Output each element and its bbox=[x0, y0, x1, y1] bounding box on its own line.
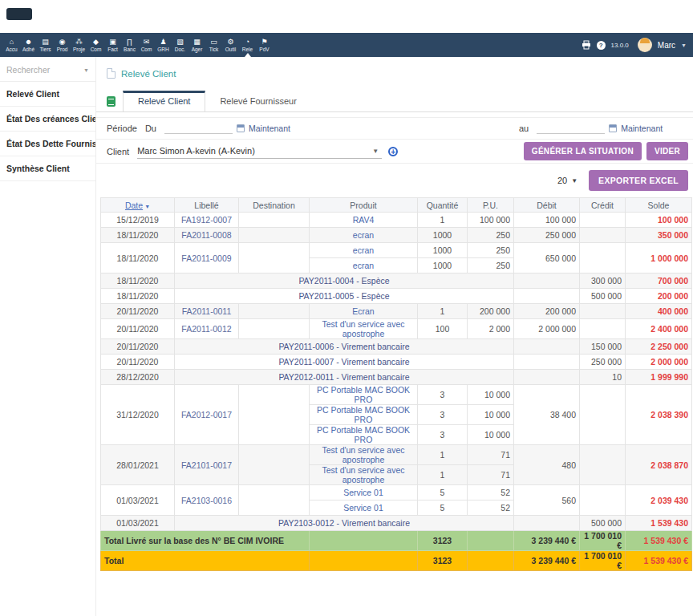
table-row: 18/11/2020PAY2011-0004 - Espèce300 00070… bbox=[101, 274, 692, 289]
cell-date: 28/12/2020 bbox=[101, 370, 175, 385]
cell-pay[interactable]: PAY2103-0012 - Virement bancaire bbox=[175, 516, 514, 531]
period-filter-row: Période Du Maintenant au Maintenant bbox=[96, 117, 693, 140]
calendar-icon[interactable] bbox=[237, 124, 245, 132]
nav-item-grh[interactable]: ♟GRH bbox=[155, 33, 172, 57]
table-row: 18/11/2020PAY2011-0005 - Espèce500 00020… bbox=[101, 289, 692, 304]
cell-code[interactable]: FA2011-0009 bbox=[175, 243, 239, 274]
cell-prod[interactable]: Ecran bbox=[310, 304, 418, 319]
cell-qty: 1 bbox=[418, 304, 468, 319]
cell-date: 28/01/2021 bbox=[101, 445, 175, 485]
cell-code[interactable]: FA2101-0017 bbox=[175, 445, 239, 485]
sort-date-link[interactable]: Date bbox=[125, 201, 143, 210]
now-link-to[interactable]: Maintenant bbox=[621, 124, 663, 133]
nav-item-ager[interactable]: ▦Ager bbox=[188, 33, 205, 57]
cell-num: 150 000 bbox=[580, 339, 626, 355]
nav-item-pdv[interactable]: ⚑PdV bbox=[256, 33, 273, 57]
table-row: 01/03/2021PAY2103-0012 - Virement bancai… bbox=[101, 516, 692, 531]
cell-num: 200 000 bbox=[514, 304, 580, 319]
cell-prod[interactable]: ecran bbox=[310, 228, 418, 243]
nav-item-com[interactable]: ◆Com bbox=[87, 33, 104, 57]
cell-num: 250 bbox=[468, 228, 514, 243]
cell-pay[interactable]: PAY2011-0005 - Espèce bbox=[175, 289, 514, 304]
breadcrumb-link[interactable]: Relevé Client bbox=[121, 69, 176, 79]
nav-item-accu[interactable]: ⌂Accu bbox=[3, 33, 20, 57]
cell-prod[interactable]: Test d'un service avec apostrophe bbox=[310, 445, 418, 465]
nav-item-prod[interactable]: ◉Prod bbox=[54, 33, 71, 57]
sidebar-item-synth-se-client[interactable]: Synthèse Client bbox=[0, 156, 95, 181]
client-select-value: Marc Simon A-kevin (A-Kevin) bbox=[137, 146, 255, 156]
client-select[interactable]: Marc Simon A-kevin (A-Kevin) ▼ bbox=[137, 144, 382, 159]
chevron-down-icon[interactable]: ▼ bbox=[681, 43, 687, 48]
window-badge[interactable] bbox=[6, 8, 32, 20]
cell-prod[interactable]: Test d'un service avec apostrophe bbox=[310, 465, 418, 485]
cell-emp bbox=[239, 319, 310, 339]
cell-code[interactable]: FA2011-0012 bbox=[175, 319, 239, 339]
cell-prod[interactable]: Test d'un service avec apostrophe bbox=[310, 319, 418, 339]
nav-item-label: Tiers bbox=[39, 47, 51, 53]
sidebar-item-tat-des-cr-ances-client[interactable]: État Des créances Client bbox=[0, 107, 95, 132]
projects-icon: ⁂ bbox=[75, 38, 83, 46]
cell-prod[interactable]: Service 01 bbox=[310, 485, 418, 500]
cell-pay[interactable]: PAY2012-0011 - Virement bancaire bbox=[175, 370, 514, 385]
cell-qty: 3 bbox=[418, 425, 468, 445]
cell-num: 300 000 bbox=[580, 274, 626, 289]
nav-item-adh[interactable]: ☻Adhé bbox=[20, 33, 37, 57]
cell-flabel: Total Livré sur la base des N° BE CIM IV… bbox=[101, 531, 310, 551]
export-excel-button[interactable]: EXPORTER EXCEL bbox=[589, 170, 688, 191]
statements-icon: ◔ bbox=[245, 38, 249, 46]
mail-icon: ✉ bbox=[144, 38, 150, 46]
cell-code[interactable]: FA1912-0007 bbox=[175, 213, 239, 228]
cell-prod[interactable]: Service 01 bbox=[310, 500, 418, 516]
help-icon[interactable]: ? bbox=[597, 41, 606, 50]
page-size-value: 20 bbox=[557, 176, 567, 185]
user-menu[interactable]: Marc bbox=[658, 41, 675, 50]
cell-prod[interactable]: PC Portable MAC BOOK PRO bbox=[310, 425, 418, 445]
cell-prod[interactable]: ecran bbox=[310, 258, 418, 274]
add-client-icon[interactable]: + bbox=[388, 147, 398, 156]
cell-code[interactable]: FA2103-0016 bbox=[175, 485, 239, 516]
cell-pay[interactable]: PAY2011-0007 - Virement bancaire bbox=[175, 355, 514, 370]
table-row: 20/11/2020FA2011-0012Test d'un service a… bbox=[101, 319, 692, 339]
date-from-input[interactable] bbox=[164, 123, 233, 134]
page-size-select[interactable]: 20 ▼ bbox=[557, 176, 578, 185]
cell-code[interactable]: FA2012-0017 bbox=[175, 385, 239, 445]
column-header-date[interactable]: Date▼ bbox=[101, 198, 175, 213]
avatar[interactable] bbox=[638, 38, 652, 52]
nav-item-fact[interactable]: ▣Fact bbox=[104, 33, 121, 57]
nav-item-proje[interactable]: ⁂Proje bbox=[71, 33, 87, 57]
date-to-input[interactable] bbox=[537, 123, 605, 134]
clear-button[interactable]: VIDER bbox=[646, 142, 688, 160]
cell-code[interactable]: FA2011-0011 bbox=[175, 304, 239, 319]
generate-situation-button[interactable]: GÉNÉRER LA SITUATION bbox=[524, 142, 642, 160]
cell-prod[interactable]: PC Portable MAC BOOK PRO bbox=[310, 405, 418, 425]
cell-num: 250 bbox=[468, 258, 514, 274]
table-row: 28/12/2020PAY2012-0011 - Virement bancai… bbox=[101, 370, 692, 385]
sidebar-item-relev-client[interactable]: Relevé Client bbox=[0, 82, 95, 107]
cell-prod[interactable]: PC Portable MAC BOOK PRO bbox=[310, 385, 418, 405]
cell-prod[interactable]: ecran bbox=[310, 243, 418, 258]
cell-code[interactable]: FA2011-0008 bbox=[175, 228, 239, 243]
nav-item-banc[interactable]: ∏Banc bbox=[121, 33, 138, 57]
cell-num: 250 000 bbox=[580, 355, 626, 370]
cell-num: 200 000 bbox=[468, 304, 514, 319]
nav-item-rele[interactable]: ◔Rele bbox=[239, 33, 256, 57]
cell-num: 2 000 000 bbox=[514, 319, 580, 339]
tab-releve-fournisseur[interactable]: Relevé Fournisseur bbox=[205, 91, 310, 111]
table-row: 28/01/2021FA2101-0017Test d'un service a… bbox=[101, 445, 692, 465]
nav-item-tiers[interactable]: ▤Tiers bbox=[37, 33, 54, 57]
cell-prod[interactable]: RAV4 bbox=[310, 213, 418, 228]
cell-date: 01/03/2021 bbox=[101, 485, 175, 516]
nav-item-tick[interactable]: ▭Tick bbox=[205, 33, 222, 57]
sidebar-search[interactable]: Rechercher ▼ bbox=[0, 57, 95, 82]
cell-pay[interactable]: PAY2011-0006 - Virement bancaire bbox=[175, 339, 514, 355]
nav-item-doc[interactable]: ▧Doc. bbox=[172, 33, 188, 57]
calendar-icon[interactable] bbox=[609, 124, 617, 132]
column-header-dbit: Débit bbox=[514, 198, 580, 213]
nav-item-outil[interactable]: ⚙Outil bbox=[222, 33, 239, 57]
sidebar-item-tat-des-dette-fourniss[interactable]: État Des Dette Fourniss... bbox=[0, 132, 95, 156]
now-link-from[interactable]: Maintenant bbox=[249, 124, 290, 133]
nav-item-com[interactable]: ✉Com bbox=[138, 33, 155, 57]
tab-releve-client[interactable]: Relevé Client bbox=[123, 91, 205, 111]
print-icon[interactable] bbox=[582, 40, 591, 50]
cell-pay[interactable]: PAY2011-0004 - Espèce bbox=[175, 274, 514, 289]
